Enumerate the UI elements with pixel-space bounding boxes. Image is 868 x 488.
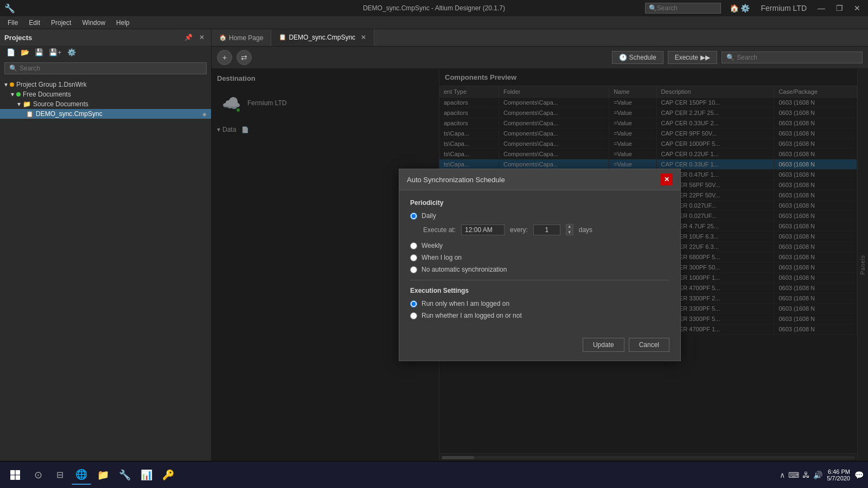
- spinner: ▲ ▼: [566, 224, 573, 235]
- menu-edit[interactable]: Edit: [23, 18, 46, 28]
- minimize-button[interactable]: —: [814, 3, 828, 14]
- when-log-on-radio[interactable]: [410, 254, 417, 261]
- home-icon: 🏠: [219, 34, 227, 41]
- tree-item-free-docs[interactable]: ▾ Free Documents: [0, 89, 211, 99]
- menu-bar: File Edit Project Window Help: [0, 16, 868, 29]
- schedule-button[interactable]: 🕐 Schedule: [612, 51, 663, 64]
- title-bar: 🔧 DEMO_sync.CmpSync - Altium Designer (2…: [0, 0, 868, 16]
- execution-settings-label: Execution Settings: [410, 287, 669, 294]
- taskbar-edge[interactable]: 🌐: [72, 465, 91, 485]
- page-content: Destination ☁️ Fermium LTD ▾ Data 📄: [212, 69, 868, 461]
- sidebar-title: Projects: [4, 34, 32, 42]
- tree-item-project-group[interactable]: ▾ Project Group 1.DsnWrk: [0, 80, 211, 89]
- tab-home-page[interactable]: 🏠 Home Page: [212, 29, 271, 46]
- close-button[interactable]: ✕: [851, 3, 864, 14]
- update-button[interactable]: Update: [583, 338, 624, 352]
- tree-item-source-docs[interactable]: ▾ 📁 Source Documents: [0, 99, 211, 109]
- restore-button[interactable]: ❐: [833, 3, 846, 14]
- tray-network[interactable]: 🖧: [802, 471, 810, 479]
- no-auto-label: No automatic synchronization: [422, 266, 507, 273]
- taskbar-excel[interactable]: 📊: [137, 465, 156, 485]
- menu-help[interactable]: Help: [111, 18, 135, 28]
- settings-button[interactable]: ⚙️: [65, 47, 78, 57]
- tab-cmpsync-label: DEMO_sync.CmpSync: [289, 34, 355, 41]
- taskbar-app2[interactable]: 🔑: [158, 465, 178, 485]
- daily-radio[interactable]: [410, 213, 417, 220]
- toolbar-search-icon: 🔍: [726, 54, 735, 61]
- no-auto-sync-option[interactable]: No automatic synchronization: [410, 266, 669, 273]
- save-button[interactable]: 💾: [33, 47, 46, 57]
- weekly-radio[interactable]: [410, 242, 417, 249]
- tab-close-icon[interactable]: ✕: [361, 34, 366, 41]
- free-docs-icon: [16, 92, 21, 97]
- weekly-option[interactable]: Weekly: [410, 242, 669, 249]
- run-either-radio[interactable]: [410, 312, 417, 319]
- taskbar-right: ∧ ⌨ 🖧 🔊 6:46 PM 5/7/2020 💬: [780, 468, 864, 481]
- toolbar-search-input[interactable]: [737, 54, 858, 61]
- taskbar-search-icon[interactable]: ⊙: [28, 465, 48, 485]
- menu-project[interactable]: Project: [46, 18, 76, 28]
- search-icon: 🔍: [649, 4, 657, 12]
- main-layout: Projects 📌 ✕ 📄 📂 💾 💾+ ⚙️ 🔍 ▾ Project Gro…: [0, 29, 868, 461]
- sidebar-close-button[interactable]: ✕: [197, 33, 207, 42]
- run-either-option[interactable]: Run whether I am logged on or not: [410, 312, 669, 319]
- modal-close-button[interactable]: ✕: [661, 174, 673, 185]
- sidebar-pin-button[interactable]: 📌: [182, 33, 195, 42]
- toolbar-search-box[interactable]: 🔍: [722, 52, 863, 63]
- title-search-box[interactable]: 🔍: [645, 3, 721, 14]
- sidebar: Projects 📌 ✕ 📄 📂 💾 💾+ ⚙️ 🔍 ▾ Project Gro…: [0, 29, 212, 461]
- daily-option[interactable]: Daily: [410, 212, 669, 220]
- run-logged-on-radio[interactable]: [410, 300, 417, 307]
- sidebar-controls: 📌 ✕: [182, 33, 207, 42]
- save-all-button[interactable]: 💾+: [47, 47, 64, 57]
- play-icon: ▶▶: [700, 54, 710, 61]
- user-name: Fermium LTD: [757, 3, 810, 14]
- svg-rect-2: [10, 475, 15, 479]
- taskbar-clock[interactable]: 6:46 PM 5/7/2020: [827, 468, 850, 481]
- every-value-input[interactable]: [533, 224, 560, 235]
- title-search-input[interactable]: [657, 4, 717, 12]
- tab-home-label: Home Page: [229, 34, 263, 42]
- spinner-down[interactable]: ▼: [566, 230, 573, 235]
- source-docs-label: Source Documents: [33, 100, 88, 108]
- taskbar-altium[interactable]: 🔧: [115, 465, 135, 485]
- no-auto-radio[interactable]: [410, 266, 417, 273]
- tree-item-cmpsync[interactable]: 📋 DEMO_sync.CmpSync ◈: [0, 109, 211, 119]
- clock-time: 6:46 PM: [827, 468, 850, 475]
- sidebar-search-input[interactable]: [20, 65, 202, 72]
- tray-up-arrow[interactable]: ∧: [780, 471, 785, 479]
- start-button[interactable]: [4, 464, 26, 486]
- window-controls: 🏠 ⚙️ Fermium LTD — ❐ ✕: [726, 3, 864, 14]
- auto-sync-dialog: Auto Synchronization Schedule ✕ Periodic…: [399, 169, 681, 361]
- new-button[interactable]: 📄: [4, 47, 17, 57]
- modal-footer: Update Cancel: [399, 332, 680, 361]
- menu-file[interactable]: File: [2, 18, 23, 28]
- tab-cmpsync[interactable]: 📋 DEMO_sync.CmpSync ✕: [271, 29, 374, 46]
- time-input[interactable]: [461, 224, 505, 235]
- sidebar-header: Projects 📌 ✕: [0, 29, 211, 46]
- tray-notification[interactable]: 💬: [854, 471, 864, 479]
- modal-title: Auto Synchronization Schedule: [407, 176, 505, 184]
- spinner-up[interactable]: ▲: [566, 224, 573, 229]
- taskbar-task-view[interactable]: ⊟: [50, 465, 69, 485]
- refresh-button[interactable]: ⇄: [237, 50, 252, 65]
- menu-window[interactable]: Window: [76, 18, 111, 28]
- tray-volume[interactable]: 🔊: [813, 471, 822, 479]
- cancel-button[interactable]: Cancel: [629, 338, 669, 352]
- windows-logo: [10, 470, 21, 480]
- divider: [410, 280, 669, 280]
- tray-keyboard[interactable]: ⌨: [788, 471, 799, 479]
- run-either-label: Run whether I am logged on or not: [422, 312, 522, 319]
- sidebar-toolbar: 📄 📂 💾 💾+ ⚙️: [0, 46, 211, 59]
- window-title: DEMO_sync.CmpSync - Altium Designer (20.…: [363, 4, 505, 12]
- execute-button[interactable]: Execute ▶▶: [668, 51, 717, 64]
- cmpsync-tab-icon: 📋: [279, 34, 286, 41]
- open-button[interactable]: 📂: [18, 47, 31, 57]
- run-logged-on-option[interactable]: Run only when I am logged on: [410, 300, 669, 307]
- modified-indicator: ◈: [202, 111, 207, 117]
- modal-overlay: Auto Synchronization Schedule ✕ Periodic…: [212, 69, 868, 461]
- when-log-on-option[interactable]: When I log on: [410, 254, 669, 261]
- sidebar-search-box[interactable]: 🔍: [4, 62, 207, 74]
- taskbar-explorer[interactable]: 📁: [93, 465, 113, 485]
- add-button[interactable]: +: [217, 50, 232, 65]
